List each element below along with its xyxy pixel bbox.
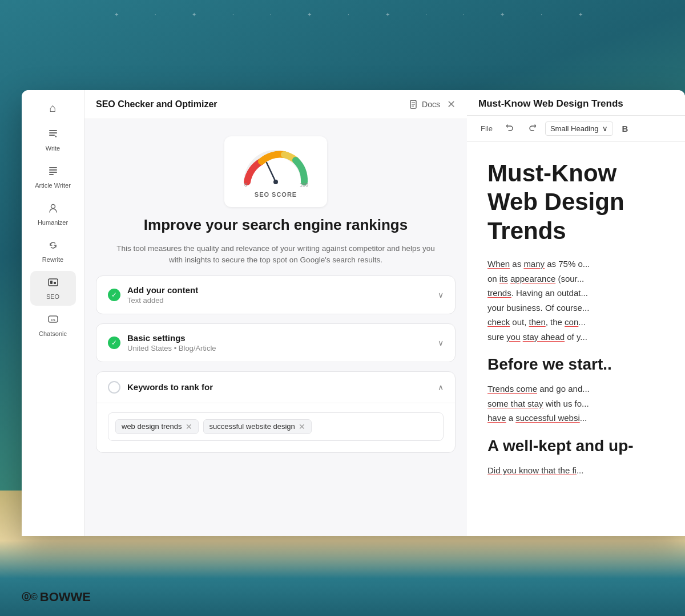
svg-rect-1 — [49, 132, 57, 133]
underline-its: its — [499, 274, 508, 283]
file-button[interactable]: File — [476, 122, 497, 135]
seo-panel: SEO Checker and Optimizer Docs ✕ — [84, 90, 467, 536]
undo-button[interactable] — [502, 121, 519, 136]
sidebar-item-write-label: Write — [46, 145, 60, 152]
accordion-keywords: Keywords to rank for ∧ web design trends… — [96, 371, 456, 453]
seo-panel-title: SEO Checker and Optimizer — [96, 99, 217, 110]
bold-label: B — [622, 124, 628, 133]
underline-trends-come: Trends come — [487, 384, 537, 394]
sidebar-item-chatsonic-label: Chatsonic — [39, 330, 67, 337]
accordion-keywords-title: Keywords to rank for — [127, 382, 431, 392]
keyword-text-1: web design trends — [122, 422, 182, 431]
sidebar-item-humanizer[interactable]: Humanizer — [30, 197, 76, 232]
seo-main-title: Improve your search engine rankings — [144, 216, 408, 234]
accordion-basic-settings: ✓ Basic settings United States • Blog/Ar… — [96, 323, 456, 362]
docs-button[interactable]: Docs — [409, 100, 440, 109]
seo-score-label: SEO SCORE — [255, 191, 297, 198]
underline-successful-websi: successful websi — [515, 413, 580, 423]
editor-paragraph-3: Did you know that the fi... — [487, 463, 664, 478]
underline-you: you — [506, 332, 520, 342]
sidebar-item-rewrite-label: Rewrite — [42, 256, 63, 263]
accordion-add-content-header[interactable]: ✓ Add your content Text added ∨ — [96, 276, 455, 314]
seo-content: 0 100 SEO SCORE Improve your search engi… — [84, 119, 467, 470]
heading-select[interactable]: Small Heading ∨ — [545, 121, 613, 136]
bold-button[interactable]: B — [618, 121, 633, 136]
bowwe-logo: ⓪© BOWWE — [22, 590, 91, 605]
underline-con: con — [565, 317, 578, 327]
editor-paragraph-2: Trends come and go and... some that stay… — [487, 382, 664, 425]
underline-stay-ahead: stay ahead — [523, 332, 565, 342]
seo-description: This tool measures the quality and relev… — [116, 243, 436, 266]
editor-heading-2: Before we start.. — [487, 355, 664, 374]
underline-did-you-know: Did you know that the fi — [487, 465, 577, 475]
underline-when: When — [487, 259, 510, 269]
underline-trends: trends — [487, 288, 511, 298]
chatsonic-icon: cs — [47, 314, 59, 328]
sidebar-item-seo[interactable]: SEO — [30, 271, 76, 306]
close-button[interactable]: ✕ — [447, 99, 456, 110]
docs-label: Docs — [422, 100, 440, 109]
accordion-add-content-subtitle: Text added — [127, 296, 431, 305]
check-icon: ✓ — [111, 291, 117, 299]
svg-rect-0 — [49, 130, 57, 131]
editor-paragraph-1: When as many as 75% o... on its appearan… — [487, 257, 664, 344]
accordion-basic-settings-chevron: ∨ — [438, 338, 444, 347]
sidebar-item-article-writer[interactable]: Article Writer — [30, 160, 76, 194]
redo-icon — [528, 124, 536, 132]
sidebar-item-home[interactable]: ⌂ — [30, 96, 76, 120]
sidebar-item-write[interactable]: Write — [30, 123, 76, 157]
bowwe-icons: ⓪© — [22, 591, 38, 603]
keyword-remove-2[interactable]: ✕ — [299, 422, 305, 431]
accordion-basic-settings-subtitle: United States • Blog/Article — [127, 344, 431, 352]
seo-panel-header: SEO Checker and Optimizer Docs ✕ — [84, 90, 467, 119]
gauge-chart: 0 100 — [241, 148, 310, 188]
sidebar: ⌂ Write Article Writer Humanizer Rewrite — [22, 90, 84, 536]
accordion-basic-settings-title-group: Basic settings United States • Blog/Arti… — [127, 333, 431, 352]
accordion-add-content-title: Add your content — [127, 285, 431, 295]
accordion-keywords-body: web design trends ✕ successful website d… — [96, 403, 455, 452]
sidebar-item-seo-label: SEO — [46, 293, 59, 300]
heading-select-value: Small Heading — [550, 124, 599, 133]
gauge-min-label: 0 — [244, 182, 247, 188]
write-icon — [47, 128, 59, 143]
accordion-keywords-chevron: ∧ — [438, 383, 444, 392]
editor-h3-text: A well-kept and up- — [487, 437, 634, 455]
accordion-add-content-chevron: ∨ — [438, 290, 444, 299]
svg-rect-4 — [49, 169, 57, 171]
svg-point-7 — [51, 205, 55, 209]
bowwe-text: BOWWE — [40, 590, 91, 605]
gauge-max-label: 100 — [300, 182, 308, 188]
keyword-remove-1[interactable]: ✕ — [186, 422, 192, 431]
keyword-text-2: successful website design — [209, 422, 295, 431]
seo-score-gauge: 0 100 SEO SCORE — [224, 136, 327, 207]
svg-rect-9 — [50, 281, 53, 284]
keyword-tag-2: successful website design ✕ — [203, 419, 312, 434]
accordion-basic-settings-title: Basic settings — [127, 333, 431, 343]
svg-rect-8 — [49, 279, 58, 286]
keyword-tag-1: web design trends ✕ — [115, 419, 199, 434]
accordion-basic-settings-header[interactable]: ✓ Basic settings United States • Blog/Ar… — [96, 324, 455, 362]
underline-then: then — [529, 317, 546, 327]
svg-rect-2 — [49, 135, 55, 136]
main-heading-text: Must-Know — [487, 160, 616, 187]
sidebar-item-rewrite[interactable]: Rewrite — [30, 234, 76, 269]
underline-check: check — [487, 317, 510, 327]
keywords-input-area[interactable]: web design trends ✕ successful website d… — [108, 412, 444, 441]
editor-main-heading: Must-Know Web Design Trends — [487, 159, 664, 245]
svg-rect-10 — [54, 282, 56, 284]
editor-heading-3: A well-kept and up- — [487, 437, 664, 455]
editor-content[interactable]: Must-Know Web Design Trends When as many… — [467, 142, 685, 536]
redo-button[interactable] — [523, 121, 541, 136]
underline-appearance: appearance — [510, 274, 555, 283]
accordion-add-content-check: ✓ — [108, 289, 120, 301]
editor-h2-text: Before we start.. — [487, 355, 612, 373]
editor-doc-title: Must-Know Web Design Trends — [467, 90, 685, 116]
sidebar-item-chatsonic[interactable]: cs Chatsonic — [30, 308, 76, 343]
accordion-keywords-title-group: Keywords to rank for — [127, 382, 431, 392]
editor-toolbar: File Small Heading ∨ B — [467, 116, 685, 142]
undo-icon — [506, 124, 514, 132]
book-icon — [409, 100, 418, 109]
article-writer-icon — [47, 165, 59, 180]
rewrite-icon — [47, 240, 59, 254]
accordion-keywords-header[interactable]: Keywords to rank for ∧ — [96, 372, 455, 403]
